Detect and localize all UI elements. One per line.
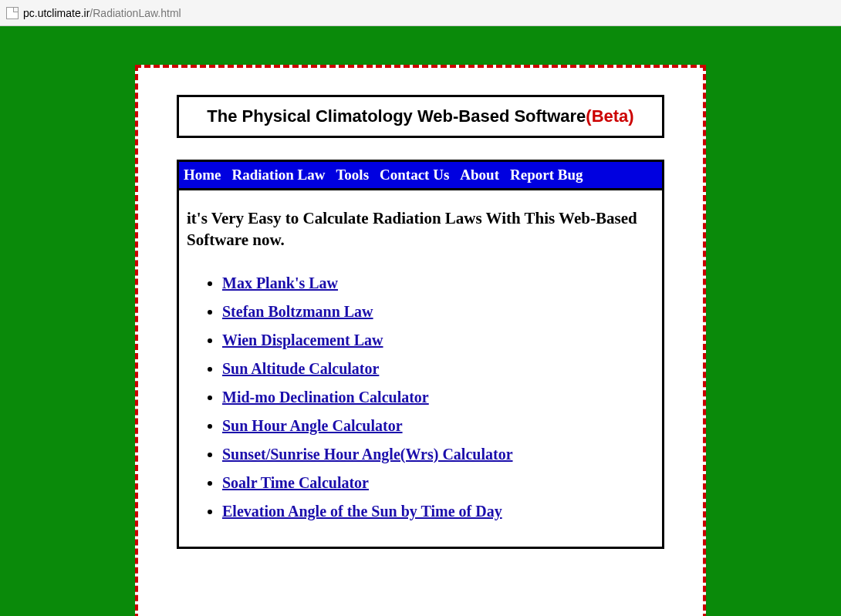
list-item: Sun Hour Angle Calculator — [222, 417, 654, 435]
link-max-plank[interactable]: Max Plank's Law — [222, 274, 338, 291]
nav-contact-us[interactable]: Contact Us — [380, 167, 449, 183]
nav-tools[interactable]: Tools — [336, 167, 369, 183]
link-wien[interactable]: Wien Displacement Law — [222, 332, 383, 348]
site-title: The Physical Climatology Web-Based Softw… — [207, 106, 586, 126]
nav-report-bug[interactable]: Report Bug — [510, 167, 583, 183]
url-host: pc.utclimate.ir — [23, 7, 90, 19]
site-title-box: The Physical Climatology Web-Based Softw… — [177, 95, 664, 138]
link-sunset-sunrise[interactable]: Sunset/Sunrise Hour Angle(Wrs) Calculato… — [222, 446, 513, 463]
content-frame: Home Radiation Law Tools Contact Us Abou… — [177, 160, 664, 549]
list-item: Stefan Boltzmann Law — [222, 303, 654, 321]
content-body: it's Very Easy to Calculate Radiation La… — [179, 190, 662, 547]
page-viewport: The Physical Climatology Web-Based Softw… — [0, 26, 841, 616]
calculator-link-list: Max Plank's Law Stefan Boltzmann Law Wie… — [187, 274, 654, 520]
browser-address-bar[interactable]: pc.utclimate.ir/RadiationLaw.html — [0, 0, 841, 26]
intro-text: it's Very Easy to Calculate Radiation La… — [187, 207, 654, 251]
link-solar-time[interactable]: Soalr Time Calculator — [222, 474, 369, 491]
nav-home[interactable]: Home — [184, 167, 221, 183]
nav-about[interactable]: About — [460, 167, 499, 183]
list-item: Mid-mo Declination Calculator — [222, 389, 654, 406]
list-item: Soalr Time Calculator — [222, 474, 654, 492]
link-mid-mo-decl[interactable]: Mid-mo Declination Calculator — [222, 389, 429, 406]
page-icon — [6, 7, 19, 19]
link-elevation-angle[interactable]: Elevation Angle of the Sun by Time of Da… — [222, 503, 502, 520]
list-item: Sun Altitude Calculator — [222, 360, 654, 378]
list-item: Elevation Angle of the Sun by Time of Da… — [222, 503, 654, 520]
link-sun-hour-angle[interactable]: Sun Hour Angle Calculator — [222, 417, 403, 434]
link-stefan-boltzmann[interactable]: Stefan Boltzmann Law — [222, 303, 373, 320]
list-item: Max Plank's Law — [222, 274, 654, 292]
url-path: /RadiationLaw.html — [90, 7, 181, 19]
dashed-container: The Physical Climatology Web-Based Softw… — [135, 65, 706, 616]
site-title-beta: (Beta) — [586, 106, 633, 126]
list-item: Sunset/Sunrise Hour Angle(Wrs) Calculato… — [222, 446, 654, 463]
main-nav: Home Radiation Law Tools Contact Us Abou… — [179, 162, 662, 190]
url-display: pc.utclimate.ir/RadiationLaw.html — [23, 7, 181, 19]
list-item: Wien Displacement Law — [222, 332, 654, 349]
nav-radiation-law[interactable]: Radiation Law — [232, 167, 326, 183]
link-sun-altitude[interactable]: Sun Altitude Calculator — [222, 360, 379, 377]
